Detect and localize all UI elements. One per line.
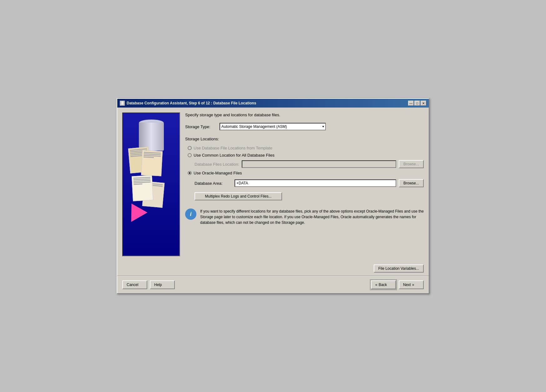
title-bar: 🗄 Database Configuration Assistant, Step… (117, 99, 429, 108)
sidebar-illustration (122, 113, 180, 256)
back-button[interactable]: « Back (371, 280, 396, 289)
title-bar-buttons: — □ ✕ (408, 101, 426, 106)
help-button[interactable]: Help (150, 280, 175, 289)
multiplex-btn-row: Multiplex Redo Logs and Control Files... (195, 192, 424, 200)
window-title: Database Configuration Assistant, Step 6… (127, 101, 256, 105)
db-files-location-input[interactable] (242, 160, 396, 168)
radio-oracle-label: Use Oracle-Managed Files (194, 171, 242, 175)
file-location-variables-button[interactable]: File Location Variables... (374, 264, 424, 273)
database-area-label: Database Area: (195, 181, 232, 186)
storage-locations-label: Storage Locations: (185, 137, 424, 141)
radio-common-label: Use Common Location for All Database Fil… (194, 153, 275, 158)
common-location-subform: Database Files Location: Browse... (195, 160, 424, 168)
radio-row-template[interactable]: Use Database File Locations from Templat… (188, 146, 424, 150)
footer-right: « Back Next » (370, 279, 424, 290)
minimize-button[interactable]: — (408, 101, 414, 106)
info-text: If you want to specify different locatio… (200, 209, 424, 225)
radio-group: Use Database File Locations from Templat… (188, 146, 424, 200)
radio-row-common[interactable]: Use Common Location for All Database Fil… (188, 153, 424, 158)
close-button[interactable]: ✕ (421, 101, 426, 106)
database-area-input[interactable] (235, 179, 396, 187)
radio-template-label: Use Database File Locations from Templat… (194, 146, 272, 150)
footer-bar: Cancel Help « Back Next » (117, 276, 429, 293)
window-body: Specify storage type and locations for d… (117, 108, 429, 293)
browse-active-button[interactable]: Browse... (399, 179, 424, 187)
back-label: Back (379, 283, 387, 287)
cancel-button[interactable]: Cancel (122, 280, 147, 289)
info-box: i If you want to specify different locat… (185, 209, 424, 225)
storage-type-label: Storage Type: (185, 124, 216, 129)
next-icon: » (412, 283, 414, 287)
bottom-actions: File Location Variables... (117, 261, 429, 276)
next-button[interactable]: Next » (399, 280, 424, 289)
back-icon: « (375, 283, 377, 287)
main-window: 🗄 Database Configuration Assistant, Step… (117, 98, 429, 294)
db-files-location-label: Database Files Location: (195, 162, 239, 167)
radio-template[interactable] (188, 146, 192, 150)
content-panel: Specify storage type and locations for d… (185, 113, 424, 256)
radio-oracle[interactable] (188, 171, 192, 175)
database-area-row: Database Area: Browse... (195, 179, 424, 187)
cylinder-graphic (139, 116, 164, 151)
multiplex-button[interactable]: Multiplex Redo Logs and Control Files... (195, 192, 282, 200)
title-bar-left: 🗄 Database Configuration Assistant, Step… (120, 101, 256, 106)
instruction-text: Specify storage type and locations for d… (185, 113, 424, 117)
paper-doc-2 (141, 150, 163, 176)
footer-left: Cancel Help (122, 280, 175, 289)
info-icon: i (185, 209, 196, 220)
main-content: Specify storage type and locations for d… (117, 108, 429, 261)
storage-type-row: Storage Type: Automatic Storage Manageme… (185, 123, 424, 130)
paper-doc-3 (132, 175, 153, 201)
browse-disabled-button[interactable]: Browse... (399, 160, 424, 168)
cylinder-body (139, 123, 164, 151)
radio-common[interactable] (188, 153, 192, 157)
back-button-wrapper: « Back (370, 279, 397, 290)
maximize-button[interactable]: □ (414, 101, 420, 106)
storage-type-select[interactable]: Automatic Storage Management (ASM) File … (220, 123, 326, 130)
storage-type-select-wrapper: Automatic Storage Management (ASM) File … (220, 123, 326, 130)
radio-row-oracle[interactable]: Use Oracle-Managed Files (188, 171, 424, 175)
next-label: Next (403, 283, 411, 287)
app-icon: 🗄 (120, 101, 125, 106)
